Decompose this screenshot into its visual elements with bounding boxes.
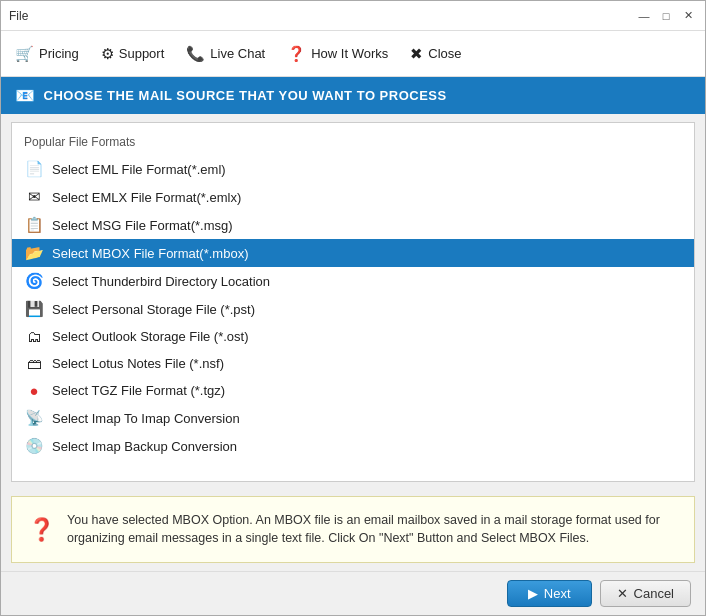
info-icon: ❓ (28, 513, 55, 546)
nav-label-howitworks: How It Works (311, 46, 388, 61)
livechat-icon: 📞 (186, 45, 205, 63)
title-bar: File — □ ✕ (1, 1, 705, 31)
nav-item-livechat[interactable]: 📞 Live Chat (176, 40, 275, 68)
pst-label: Select Personal Storage File (*.pst) (52, 302, 255, 317)
file-item-imap[interactable]: 📡 Select Imap To Imap Conversion (12, 404, 694, 432)
imap-backup-icon: 💿 (24, 437, 44, 455)
file-item-nsf[interactable]: 🗃 Select Lotus Notes File (*.nsf) (12, 350, 694, 377)
imap-icon: 📡 (24, 409, 44, 427)
pst-icon: 💾 (24, 300, 44, 318)
next-button[interactable]: ▶ Next (507, 580, 592, 607)
msg-icon: 📋 (24, 216, 44, 234)
file-item-imap-backup[interactable]: 💿 Select Imap Backup Conversion (12, 432, 694, 460)
mbox-icon: 📂 (24, 244, 44, 262)
thunderbird-icon: 🌀 (24, 272, 44, 290)
content-area: Popular File Formats 📄 Select EML File F… (11, 122, 695, 482)
maximize-button[interactable]: □ (657, 7, 675, 25)
imap-backup-label: Select Imap Backup Conversion (52, 439, 237, 454)
file-item-ost[interactable]: 🗂 Select Outlook Storage File (*.ost) (12, 323, 694, 350)
nav-close-icon: ✖ (410, 45, 423, 63)
main-window: File — □ ✕ 🛒 Pricing ⚙ Support 📞 Live Ch… (0, 0, 706, 616)
mbox-label: Select MBOX File Format(*.mbox) (52, 246, 249, 261)
nsf-label: Select Lotus Notes File (*.nsf) (52, 356, 224, 371)
nav-item-close[interactable]: ✖ Close (400, 40, 471, 68)
emlx-label: Select EMLX File Format(*.emlx) (52, 190, 241, 205)
nsf-icon: 🗃 (24, 355, 44, 372)
file-list: 📄 Select EML File Format(*.eml) ✉ Select… (12, 155, 694, 460)
title-bar-controls: — □ ✕ (635, 7, 697, 25)
ost-label: Select Outlook Storage File (*.ost) (52, 329, 249, 344)
bottom-bar: ▶ Next ✕ Cancel (1, 571, 705, 615)
msg-label: Select MSG File Format(*.msg) (52, 218, 233, 233)
nav-label-pricing: Pricing (39, 46, 79, 61)
cancel-label: Cancel (634, 586, 674, 601)
next-icon: ▶ (528, 586, 538, 601)
minimize-button[interactable]: — (635, 7, 653, 25)
nav-item-support[interactable]: ⚙ Support (91, 40, 175, 68)
next-label: Next (544, 586, 571, 601)
cancel-icon: ✕ (617, 586, 628, 601)
file-item-msg[interactable]: 📋 Select MSG File Format(*.msg) (12, 211, 694, 239)
info-text: You have selected MBOX Option. An MBOX f… (67, 511, 678, 549)
file-item-emlx[interactable]: ✉ Select EMLX File Format(*.emlx) (12, 183, 694, 211)
ost-icon: 🗂 (24, 328, 44, 345)
info-box: ❓ You have selected MBOX Option. An MBOX… (11, 496, 695, 564)
cancel-button[interactable]: ✕ Cancel (600, 580, 691, 607)
nav-label-close: Close (428, 46, 461, 61)
nav-item-howitworks[interactable]: ❓ How It Works (277, 40, 398, 68)
imap-label: Select Imap To Imap Conversion (52, 411, 240, 426)
eml-icon: 📄 (24, 160, 44, 178)
header-text: CHOOSE THE MAIL SOURCE THAT YOU WANT TO … (44, 88, 447, 103)
tgz-label: Select TGZ File Format (*.tgz) (52, 383, 225, 398)
header-bar: 📧 CHOOSE THE MAIL SOURCE THAT YOU WANT T… (1, 77, 705, 114)
eml-label: Select EML File Format(*.eml) (52, 162, 226, 177)
howitworks-icon: ❓ (287, 45, 306, 63)
file-item-thunderbird[interactable]: 🌀 Select Thunderbird Directory Location (12, 267, 694, 295)
file-item-eml[interactable]: 📄 Select EML File Format(*.eml) (12, 155, 694, 183)
nav-item-pricing[interactable]: 🛒 Pricing (5, 40, 89, 68)
nav-bar: 🛒 Pricing ⚙ Support 📞 Live Chat ❓ How It… (1, 31, 705, 77)
thunderbird-label: Select Thunderbird Directory Location (52, 274, 270, 289)
file-item-tgz[interactable]: ● Select TGZ File Format (*.tgz) (12, 377, 694, 404)
tgz-icon: ● (24, 382, 44, 399)
file-item-pst[interactable]: 💾 Select Personal Storage File (*.pst) (12, 295, 694, 323)
window-title: File (9, 9, 28, 23)
close-window-button[interactable]: ✕ (679, 7, 697, 25)
pricing-icon: 🛒 (15, 45, 34, 63)
section-label: Popular File Formats (12, 133, 694, 155)
file-item-mbox[interactable]: 📂 Select MBOX File Format(*.mbox) (12, 239, 694, 267)
nav-label-support: Support (119, 46, 165, 61)
emlx-icon: ✉ (24, 188, 44, 206)
header-icon: 📧 (15, 86, 36, 105)
support-icon: ⚙ (101, 45, 114, 63)
nav-label-livechat: Live Chat (210, 46, 265, 61)
